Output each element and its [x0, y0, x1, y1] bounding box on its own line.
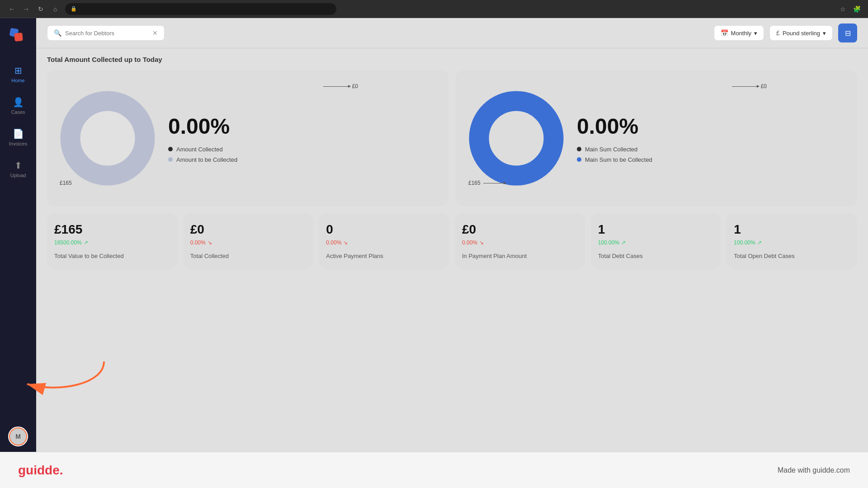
sidebar-home-label: Home: [11, 78, 24, 83]
sidebar-item-upload[interactable]: ⬆ Upload: [0, 155, 36, 184]
legend-dot-1: [168, 147, 173, 151]
app-logo[interactable]: [7, 25, 29, 48]
avatar-inner[interactable]: M: [10, 428, 26, 445]
stat-value-5: 1: [734, 222, 850, 237]
sidebar-item-invoices[interactable]: 📄 Invoices: [0, 123, 36, 153]
browser-actions: ☆ 🧩: [840, 5, 861, 13]
invoices-icon: 📄: [13, 129, 24, 138]
topbar: 🔍 ✕ 📅 Monthly ▾ £ Pound sterling ▾ ⊟: [36, 18, 868, 48]
sidebar-cases-label: Cases: [11, 109, 25, 115]
stat-label-3: In Payment Plan Amount: [462, 252, 578, 260]
stat-change-2: 0.00% ↘: [326, 239, 442, 246]
content-area: Total Amount Collected up to Today £0: [36, 48, 868, 277]
stat-label-4: Total Debt Cases: [598, 252, 714, 260]
svg-point-4: [479, 101, 554, 176]
back-button[interactable]: ←: [7, 5, 16, 14]
sidebar-upload-label: Upload: [10, 173, 26, 178]
stat-change-1: 0.00% ↘: [190, 239, 307, 246]
chart-card-1: £0 £165 0.: [47, 70, 448, 206]
sidebar: ⊞ Home 👤 Cases 📄 Invoices ⬆ Upload M: [0, 18, 36, 452]
chart2-percentage: 0.00%: [577, 114, 846, 139]
legend-item-1: Amount Collected: [168, 146, 438, 153]
filter-button[interactable]: ⊟: [838, 23, 857, 42]
chart1-percentage: 0.00%: [168, 114, 438, 139]
legend-dot-3: [577, 147, 581, 151]
stat-change-pct-3: 0.00%: [462, 239, 477, 246]
legend-label-2: Amount to be Collected: [176, 156, 237, 163]
stat-change-pct-5: 100.00%: [734, 239, 755, 246]
chart2-label-bottom: £165: [468, 180, 506, 186]
star-icon[interactable]: ☆: [840, 5, 846, 13]
topbar-right: 📅 Monthly ▾ £ Pound sterling ▾ ⊟: [714, 23, 857, 42]
stat-value-4: 1: [598, 222, 714, 237]
forward-button[interactable]: →: [22, 5, 31, 14]
stat-arrow-3: ↘: [479, 239, 484, 246]
search-input[interactable]: [65, 30, 149, 37]
stat-change-pct-4: 100.00%: [598, 239, 619, 246]
chart-card-2: £0 £165: [456, 70, 857, 206]
stat-change-pct-1: 0.00%: [190, 239, 206, 246]
sidebar-item-cases[interactable]: 👤 Cases: [0, 91, 36, 121]
home-icon: ⊞: [14, 66, 22, 75]
chart2-label-top: £0: [761, 83, 767, 89]
main-content: 🔍 ✕ 📅 Monthly ▾ £ Pound sterling ▾ ⊟: [36, 18, 868, 452]
legend-label-3: Main Sum Collected: [585, 146, 637, 153]
chevron-down-icon: ▾: [754, 30, 757, 37]
stat-card-4: 1 100.00% ↗ Total Debt Cases: [591, 213, 722, 269]
search-box[interactable]: 🔍 ✕: [47, 25, 165, 41]
svg-rect-1: [14, 33, 23, 42]
stat-change-0: 16500.00% ↗: [54, 239, 170, 246]
clear-search-button[interactable]: ✕: [152, 29, 158, 37]
stat-change-pct-2: 0.00%: [326, 239, 341, 246]
url-bar[interactable]: 🔒: [65, 3, 336, 15]
charts-row: £0 £165 0.: [47, 70, 857, 206]
upload-icon: ⬆: [14, 161, 22, 170]
stat-arrow-5: ↗: [757, 239, 762, 246]
stat-card-1: £0 0.00% ↘ Total Collected: [183, 213, 314, 269]
stat-card-2: 0 0.00% ↘ Active Payment Plans: [319, 213, 449, 269]
legend-label-4: Main Sum to be Collected: [585, 156, 652, 163]
donut-chart-1: [58, 89, 157, 188]
chevron-down-icon-2: ▾: [823, 30, 826, 37]
stat-arrow-1: ↘: [208, 239, 212, 246]
home-button[interactable]: ⌂: [51, 5, 60, 14]
chart2-legend: Main Sum Collected Main Sum to be Collec…: [577, 146, 846, 163]
reload-button[interactable]: ↻: [36, 5, 45, 14]
extensions-icon[interactable]: 🧩: [853, 5, 861, 13]
currency-label: Pound sterling: [783, 30, 820, 37]
browser-chrome: ← → ↻ ⌂ 🔒 ☆ 🧩: [0, 0, 868, 18]
sidebar-item-home[interactable]: ⊞ Home: [0, 60, 36, 89]
stats-row: £165 16500.00% ↗ Total Value to be Colle…: [47, 213, 857, 269]
guidde-logo: guidde.: [18, 463, 63, 478]
sidebar-invoices-label: Invoices: [9, 141, 27, 146]
monthly-label: Monthly: [731, 30, 752, 37]
stat-card-3: £0 0.00% ↘ In Payment Plan Amount: [455, 213, 585, 269]
donut-chart-2: [467, 89, 566, 188]
stat-change-4: 100.00% ↗: [598, 239, 714, 246]
stat-label-1: Total Collected: [190, 252, 307, 260]
svg-point-3: [80, 111, 135, 166]
legend-label-1: Amount Collected: [176, 146, 223, 153]
chart1-label-top: £0: [352, 83, 358, 89]
guidde-footer: guidde. Made with guidde.com: [0, 452, 868, 488]
stat-arrow-0: ↗: [84, 239, 88, 246]
legend-item-3: Main Sum Collected: [577, 146, 846, 153]
stat-label-0: Total Value to be Collected: [54, 252, 170, 260]
currency-icon: £: [776, 29, 780, 37]
monthly-dropdown[interactable]: 📅 Monthly ▾: [714, 25, 764, 41]
stat-value-1: £0: [190, 222, 307, 237]
stat-change-3: 0.00% ↘: [462, 239, 578, 246]
stat-arrow-4: ↗: [621, 239, 626, 246]
guidde-credit: Made with guidde.com: [778, 466, 850, 474]
stat-card-0: £165 16500.00% ↗ Total Value to be Colle…: [47, 213, 178, 269]
stat-label-2: Active Payment Plans: [326, 252, 442, 260]
search-icon: 🔍: [54, 29, 61, 37]
stat-value-2: 0: [326, 222, 442, 237]
chart1-info: 0.00% Amount Collected Amount to be Coll…: [168, 114, 438, 163]
avatar[interactable]: M: [8, 427, 28, 446]
stat-value-0: £165: [54, 222, 170, 237]
stat-card-5: 1 100.00% ↗ Total Open Debt Cases: [726, 213, 857, 269]
legend-item-4: Main Sum to be Collected: [577, 156, 846, 163]
currency-dropdown[interactable]: £ Pound sterling ▾: [769, 25, 833, 41]
app-wrapper: ⊞ Home 👤 Cases 📄 Invoices ⬆ Upload M: [0, 18, 868, 452]
